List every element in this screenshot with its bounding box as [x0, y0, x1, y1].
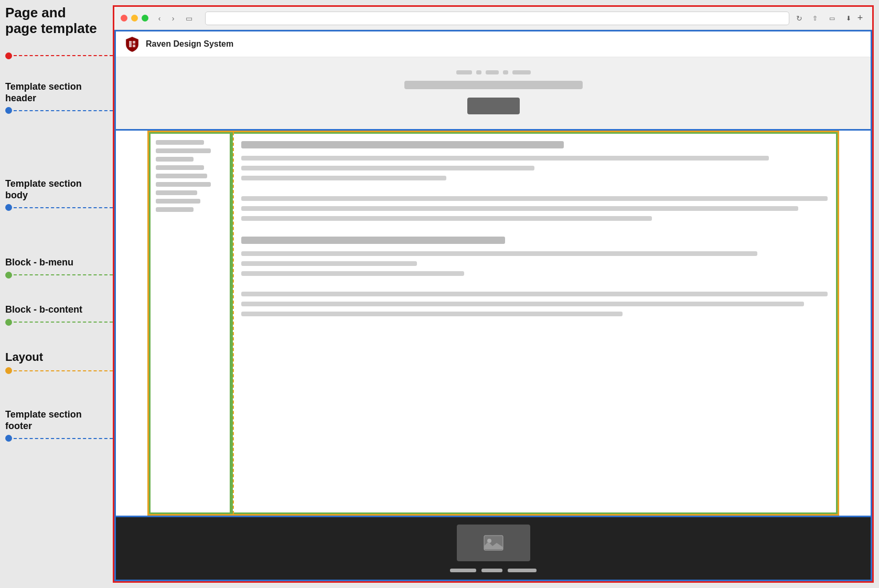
menu-item-6 [156, 182, 211, 187]
content-line-1-2 [241, 166, 534, 170]
page-template-dline [14, 55, 113, 56]
footer-image-icon [483, 534, 504, 551]
content-line-1-1 [241, 156, 769, 161]
content-line-1-3 [241, 176, 446, 180]
template-section-body [114, 131, 872, 516]
nav-arrows: ‹ › [154, 13, 179, 24]
block-content-dot [5, 319, 12, 326]
footer-image-placeholder [457, 525, 530, 561]
menu-item-1 [156, 140, 204, 145]
content-line-3-3 [241, 271, 464, 276]
reload-button[interactable]: ↻ [794, 13, 805, 24]
annotation-page-template: Page andpage template [0, 5, 113, 59]
template-body-label: Template sectionbody [0, 178, 113, 201]
svg-rect-2 [133, 45, 135, 47]
site-header: Raven Design System [116, 31, 871, 57]
menu-item-5 [156, 174, 207, 178]
annotation-template-footer: Template sectionfooter [0, 409, 113, 442]
block-content-label: Block - b-content [0, 304, 113, 316]
annotation-block-content: Block - b-content [0, 304, 113, 326]
content-line-3-1 [241, 251, 757, 256]
layout-label: Layout [0, 350, 113, 364]
hero-btn-placeholder[interactable] [467, 98, 520, 114]
browser-actions: ⇧ ▭ ⬇ [809, 13, 854, 24]
template-body-dot [5, 204, 12, 211]
download-button[interactable]: ⬇ [843, 13, 854, 24]
template-header-label: Template sectionheader [0, 81, 113, 104]
layout-dot-row [0, 367, 113, 374]
page-template-label: Page andpage template [0, 5, 113, 37]
layout-dline [14, 370, 113, 371]
add-tab-button[interactable]: + [854, 13, 866, 24]
template-body-dot-row [0, 204, 113, 211]
footer-line-1 [450, 569, 476, 572]
breadcrumb-placeholder [456, 70, 531, 74]
annotation-template-header: Template sectionheader [0, 81, 113, 114]
hero-section [116, 57, 871, 129]
minimize-button[interactable] [131, 15, 138, 22]
template-section-header: Raven Design System [114, 30, 872, 131]
content-gap-2 [241, 226, 828, 231]
block-menu-dline [14, 274, 113, 275]
layout-border [147, 131, 839, 516]
breadcrumb-part-2 [486, 70, 499, 74]
annotation-layout: Layout [0, 350, 113, 374]
content-line-3-2 [241, 261, 417, 266]
b-content-block [231, 132, 838, 514]
content-title-1 [241, 141, 564, 148]
template-header-dot-row [0, 107, 113, 114]
annotation-panel: Page andpage template Template sectionhe… [0, 0, 113, 588]
content-gap-3 [241, 281, 828, 286]
close-button[interactable] [121, 15, 127, 22]
url-bar[interactable] [205, 12, 789, 25]
content-line-2-3 [241, 216, 652, 221]
block-menu-label: Block - b-menu [0, 257, 113, 269]
template-footer-dot [5, 435, 12, 442]
content-line-2-2 [241, 206, 798, 211]
annotation-template-body: Template sectionbody [0, 178, 113, 211]
copy-button[interactable]: ▭ [826, 13, 838, 24]
menu-item-8 [156, 199, 200, 204]
tab-button[interactable]: ▭ [183, 13, 195, 24]
footer-line-3 [508, 569, 537, 572]
content-line-4-3 [241, 312, 623, 316]
breadcrumb-separator-1 [476, 70, 481, 74]
breadcrumb-separator-2 [503, 70, 508, 74]
right-sidebar-spacer [839, 131, 871, 516]
content-line-4-2 [241, 302, 804, 306]
menu-item-3 [156, 157, 194, 162]
menu-item-9 [156, 207, 194, 212]
template-section-footer [114, 516, 872, 581]
template-footer-dot-row [0, 435, 113, 442]
forward-button[interactable]: › [167, 13, 179, 24]
browser-chrome: ‹ › ▭ ↻ ⇧ ▭ ⬇ + [114, 7, 872, 30]
page-template-dot [5, 52, 12, 59]
page-template-dot-row [0, 52, 113, 59]
share-button[interactable]: ⇧ [809, 13, 821, 24]
layout-dashed-divider [233, 132, 234, 514]
block-menu-dot-row [0, 272, 113, 279]
content-line-2-1 [241, 196, 828, 201]
browser-area: ‹ › ▭ ↻ ⇧ ▭ ⬇ + [113, 0, 879, 588]
template-body-dline [14, 207, 113, 208]
template-footer-dline [14, 438, 113, 439]
left-sidebar-spacer [116, 131, 147, 516]
svg-rect-0 [129, 41, 132, 47]
block-content-dline [14, 322, 113, 323]
site-logo-icon [124, 36, 141, 52]
site-name: Raven Design System [146, 39, 233, 49]
annotation-block-menu: Block - b-menu [0, 257, 113, 279]
menu-item-4 [156, 165, 204, 170]
menu-item-2 [156, 148, 211, 153]
block-menu-dot [5, 272, 12, 279]
maximize-button[interactable] [142, 15, 148, 22]
back-button[interactable]: ‹ [154, 13, 165, 24]
template-header-dline [14, 110, 113, 111]
hero-title-placeholder [404, 81, 583, 89]
menu-item-7 [156, 190, 197, 195]
content-gap-1 [241, 186, 828, 191]
content-title-2 [241, 237, 505, 244]
content-line-4-1 [241, 292, 828, 296]
svg-rect-1 [133, 41, 135, 44]
breadcrumb-part-1 [456, 70, 472, 74]
